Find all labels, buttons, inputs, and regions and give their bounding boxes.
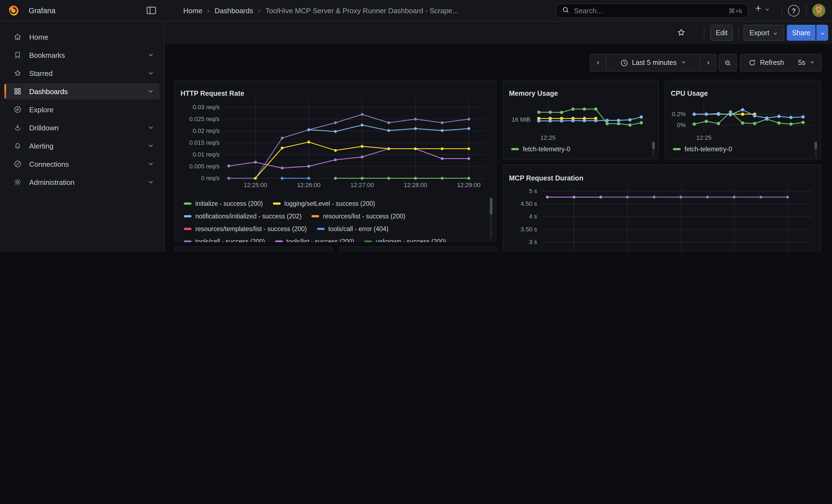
panel-title[interactable]: CPU Usage xyxy=(671,90,708,98)
time-forward-button[interactable] xyxy=(700,54,717,72)
add-new-button[interactable] xyxy=(754,4,770,15)
panel-mcp-request-duration: MCP Request Duration 12:25:0012:26:0012:… xyxy=(503,164,821,252)
error-rate-sparkline xyxy=(341,247,496,252)
favorite-star-icon[interactable] xyxy=(676,27,686,37)
divider xyxy=(781,5,782,17)
sidebar-item-dashboards[interactable]: Dashboards xyxy=(4,83,160,100)
breadcrumb-separator: › xyxy=(258,7,261,15)
sidebar-item-home[interactable]: Home xyxy=(4,29,160,45)
panel-cpu-usage: CPU Usage 12:250.2%0% fetch-telemetry-0 xyxy=(665,80,821,160)
legend-item[interactable]: tools/call - error (404) xyxy=(317,225,389,232)
refresh-icon xyxy=(748,59,756,67)
time-back-button[interactable] xyxy=(590,54,606,72)
legend-label: fetch-telemetry-0 xyxy=(523,145,570,152)
sidebar-item-label: Starred xyxy=(29,69,148,77)
edit-button[interactable]: Edit xyxy=(710,25,733,41)
sidebar-item-connections[interactable]: Connections xyxy=(4,156,160,172)
brand-label: Grafana xyxy=(29,0,56,22)
legend-row: fetch-telemetry-0 xyxy=(511,142,638,155)
legend-label: resources/templates/list - success (200) xyxy=(196,225,307,232)
legend-item[interactable]: resources/templates/list - success (200) xyxy=(184,225,307,232)
star-icon xyxy=(13,69,22,78)
legend-item[interactable]: fetch-telemetry-0 xyxy=(511,145,570,152)
chevron-down-icon xyxy=(773,30,778,35)
panel-title[interactable]: HTTP Request Rate xyxy=(181,90,244,98)
legend-swatch xyxy=(275,240,283,242)
sidebar-item-label: Drilldown xyxy=(29,124,148,132)
help-button[interactable]: ? xyxy=(788,5,800,17)
sidebar-item-label: Bookmarks xyxy=(29,51,148,59)
legend-item[interactable]: fetch-telemetry-0 xyxy=(673,145,732,152)
svg-text:0 req/s: 0 req/s xyxy=(201,175,219,182)
panel-memory-usage: Memory Usage 12:2516 MiB fetch-telemetry… xyxy=(503,80,659,160)
divider xyxy=(806,5,807,17)
export-button[interactable]: Export xyxy=(744,25,784,41)
sidebar: HomeBookmarksStarredDashboardsExploreDri… xyxy=(0,22,164,252)
svg-text:3.50 s: 3.50 s xyxy=(521,226,537,233)
sidebar-item-starred[interactable]: Starred xyxy=(4,65,160,81)
search-placeholder: Search... xyxy=(574,7,724,15)
legend-scrollbar[interactable] xyxy=(814,141,817,157)
legend-item[interactable]: tools/call - success (200) xyxy=(184,238,265,242)
search-input[interactable]: Search... ⌘+k xyxy=(556,3,748,18)
chevron-down-icon xyxy=(680,59,686,67)
memory-usage-chart: 12:2516 MiB xyxy=(507,97,656,143)
chevron-down-icon xyxy=(148,70,154,77)
sidebar-item-label: Dashboards xyxy=(29,87,148,96)
sidebar-item-label: Home xyxy=(29,33,154,41)
grafana-app: HomeBookmarksStarredDashboardsExploreDri… xyxy=(0,0,832,252)
legend-scrollbar[interactable] xyxy=(652,141,655,157)
legend-label: notifications/initialized - success (202… xyxy=(196,213,302,219)
time-range-picker[interactable]: Last 5 minutes xyxy=(606,54,701,72)
panel-error-rate: Error Rate 0% xyxy=(339,246,496,252)
svg-text:5 s: 5 s xyxy=(529,188,537,194)
svg-text:12:28:00: 12:28:00 xyxy=(404,182,427,188)
sidebar-item-administration[interactable]: Administration xyxy=(4,174,160,190)
sidebar-item-drilldown[interactable]: Drilldown xyxy=(4,120,160,136)
top-bar: Grafana Home › Dashboards › ToolHive MCP… xyxy=(0,0,832,22)
panel-title[interactable]: MCP Request Duration xyxy=(509,175,583,182)
legend-item[interactable]: resources/list - success (200) xyxy=(311,213,405,219)
panel-title[interactable]: Memory Usage xyxy=(509,90,558,98)
legend-swatch xyxy=(272,202,280,205)
sidebar-item-alerting[interactable]: Alerting xyxy=(4,137,160,154)
legend-scrollbar[interactable] xyxy=(490,197,493,239)
sidebar-item-explore[interactable]: Explore xyxy=(4,101,160,118)
breadcrumb-home[interactable]: Home xyxy=(183,7,202,15)
refresh-button[interactable]: Refresh xyxy=(740,54,792,72)
chevron-down-icon xyxy=(820,30,825,35)
total-request-rate-sparkline xyxy=(176,247,333,252)
panel-http-request-rate: HTTP Request Rate 12:25:0012:26:0012:27:… xyxy=(175,80,496,242)
share-menu-caret-button[interactable] xyxy=(816,25,828,41)
chevron-down-icon xyxy=(148,52,154,58)
search-icon xyxy=(562,6,570,16)
user-avatar[interactable] xyxy=(812,4,825,17)
legend-row: resources/templates/list - success (200)… xyxy=(184,222,487,235)
svg-text:12:27:00: 12:27:00 xyxy=(350,182,374,188)
bookmark-icon xyxy=(13,51,22,59)
chevron-down-icon xyxy=(148,142,154,149)
chevron-down-icon xyxy=(148,161,154,167)
legend-swatch xyxy=(364,240,372,242)
legend-row: initialize - success (200)logging/setLev… xyxy=(184,197,487,210)
legend-item[interactable]: tools/list - success (200) xyxy=(275,238,354,242)
svg-text:0.015 req/s: 0.015 req/s xyxy=(189,139,219,146)
share-button[interactable]: Share xyxy=(787,25,815,41)
breadcrumb: Home › Dashboards › ToolHive MCP Server … xyxy=(183,0,458,22)
legend-item[interactable]: notifications/initialized - success (202… xyxy=(184,213,302,219)
breadcrumb-dashboards[interactable]: Dashboards xyxy=(215,7,253,15)
legend-item[interactable]: initialize - success (200) xyxy=(184,200,263,207)
sidebar-toggle-icon[interactable] xyxy=(145,4,158,18)
legend-row: notifications/initialized - success (202… xyxy=(184,210,487,222)
legend-label: fetch-telemetry-0 xyxy=(684,145,732,152)
compass-icon xyxy=(13,105,22,114)
zoom-out-button[interactable] xyxy=(719,54,737,72)
legend-item[interactable]: logging/setLevel - success (200) xyxy=(272,200,375,207)
legend-row: tools/call - success (200)tools/list - s… xyxy=(184,235,487,242)
sidebar-item-label: Administration xyxy=(29,178,148,186)
refresh-interval-dropdown[interactable]: 5s xyxy=(792,54,822,72)
legend-item[interactable]: unknown - success (200) xyxy=(364,238,446,242)
dashboards-grid-icon xyxy=(13,87,22,96)
svg-text:0.03 req/s: 0.03 req/s xyxy=(192,104,219,111)
sidebar-item-bookmarks[interactable]: Bookmarks xyxy=(4,47,160,63)
